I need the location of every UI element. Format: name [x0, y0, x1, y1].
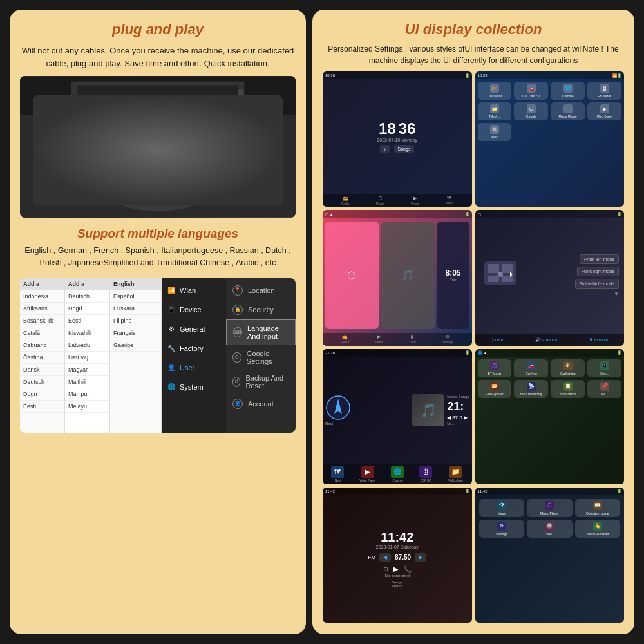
- screenshot-clock-radio: 11:42 🔋 11:42 2023-01-07 Saturday FM ◀ 8…: [323, 488, 472, 623]
- ss4-content: Front left mode Front right mode Full ve…: [475, 218, 625, 334]
- wlan-icon: 📶: [167, 286, 176, 295]
- bluetooth-widget: ⬡: [325, 222, 379, 328]
- mini-app-navi: 🗺Navi: [331, 466, 344, 482]
- lang-col2-header: Add a: [65, 278, 109, 290]
- user-icon: 👤: [167, 363, 176, 372]
- album-art: 🎵: [412, 394, 444, 426]
- settings-device[interactable]: 📱 Device: [162, 300, 226, 319]
- ss6-topbar: 🔵 ▲ 🔋: [475, 349, 625, 357]
- left-panel: plug and play Will not cut any cables. O…: [10, 10, 306, 634]
- ss5-apps: 🗺Navi ▶Video Player 🌐Chrome 🎛DSP EQ 📁Fil…: [323, 464, 472, 484]
- google-icon: G: [232, 352, 242, 363]
- backup-icon: ↺: [232, 377, 240, 387]
- ss8-opguide: 📖Operation guide: [575, 499, 621, 517]
- ss1-maps-icon: 🗺Maps: [446, 196, 453, 205]
- settings-screenshot: Add a Indonesia Afrikaans Bosanski (b Ca…: [20, 278, 296, 433]
- screenshot-bluetooth: ◻ ▲ 🔋 ⬡ 🎵 8:05 Tue 📻Radio ▶Video: [323, 210, 472, 345]
- ss1-time2: 36: [399, 120, 416, 138]
- ss2-app-filem: 📁FileM...: [478, 102, 512, 120]
- ss7-playback: ⊙ ▶ 📞: [383, 565, 412, 573]
- ss4-dsp-bottom: ⬡ DSP 🔊 Surround 🎚 Balance: [475, 334, 625, 346]
- languages-section: Support multiple languages English , Ger…: [20, 227, 296, 269]
- settings-factory[interactable]: 🔧 Factory: [162, 339, 226, 358]
- right-panel: UI display collection Personalized Setti…: [312, 10, 634, 634]
- submenu-google[interactable]: G Google Settings: [226, 345, 296, 370]
- nav-area: Navi: [325, 395, 410, 426]
- submenu-security[interactable]: 🔒 Security: [226, 300, 296, 319]
- ss8-maps: 🗺Maps: [479, 499, 525, 517]
- full-vehicle-mode[interactable]: Full vehicle mode: [575, 279, 619, 289]
- languages-text: English , German , French , Spanish , It…: [20, 245, 296, 269]
- time-widget: 8:05 Tue: [437, 222, 469, 328]
- main-container: plug and play Will not cut any cables. O…: [6, 6, 638, 638]
- factory-icon: 🔧: [167, 344, 176, 353]
- ss2-app-music: 🎵Music Player: [551, 102, 585, 120]
- ss2-app-google: GGoogle: [514, 102, 548, 120]
- dsp-label: ⬡ DSP: [491, 337, 503, 342]
- ss6-carsetting: ⚙CarSetting: [551, 359, 585, 377]
- ss7-topbar: 11:42 🔋: [323, 488, 472, 495]
- music-meta: Music Songs 21: ◀ 87.5 ▶ Mi...: [447, 395, 469, 426]
- ss7-content: 11:42 2023-01-07 Saturday FM ◀ 87.50 ▶ ⊙…: [323, 495, 472, 623]
- svg-point-6: [90, 137, 155, 182]
- settings-menu: 📶 Wlan 📱 Device ⚙ General 🔧 Factory 👤: [162, 278, 226, 433]
- language-icon: ⌨: [233, 327, 242, 337]
- svg-line-11: [102, 180, 116, 205]
- ss7-radio-bar: FM ◀ 87.50 ▶: [368, 553, 426, 562]
- settings-general[interactable]: ⚙ General: [162, 319, 226, 339]
- ss6-che: 📱Che...: [587, 359, 621, 377]
- ss1-radio-icon: 📻Radio: [341, 196, 350, 205]
- ss6-carinfo: 🚗Car Info: [514, 359, 548, 377]
- settings-wlan[interactable]: 📶 Wlan: [162, 281, 226, 300]
- plug-play-title: plug and play: [20, 21, 296, 38]
- ss4-topbar: ◻ 🔋: [475, 210, 625, 218]
- ss8-touchassist: 👆Touch Assistant: [575, 520, 621, 538]
- svg-line-14: [180, 178, 193, 205]
- lang-col-2: Add a Deutsch Dogri Eesti Kiswahili Latv…: [65, 278, 110, 433]
- svg-rect-9: [135, 144, 180, 176]
- ss6-btmusic: 🎵BT Music: [478, 359, 512, 377]
- svg-rect-22: [488, 276, 499, 282]
- ss3-settings-icon: ⚙Settings: [442, 334, 453, 344]
- submenu-backup[interactable]: ↺ Backup And Reset: [226, 370, 296, 394]
- lang-col1-header: Add a: [20, 278, 64, 290]
- submenu-account[interactable]: 👤 Account: [226, 394, 296, 413]
- svg-line-18: [206, 179, 224, 205]
- lang-col-3: English Español Euskara Filipino Françai…: [110, 278, 162, 433]
- ss3-bottombar: 📻Radio ▶Video 🎛DSP ⚙Settings: [323, 333, 472, 346]
- screenshot-app-grid: 18:39 📶🔋 🧮Calculator 🚗Car Link 2.0 🌐Chro…: [475, 71, 625, 207]
- svg-rect-21: [502, 264, 513, 273]
- ss1-video-icon: ▶Video: [411, 196, 419, 205]
- mini-app-video: ▶Video Player: [359, 466, 375, 482]
- ss1-date: 2022-07-18 Monday: [377, 138, 417, 142]
- svg-line-13: [117, 181, 129, 205]
- car-install-image: [20, 76, 296, 218]
- svg-point-5: [81, 121, 235, 211]
- settings-system[interactable]: 🌐 System: [162, 377, 226, 397]
- ss1-time: 18: [379, 120, 396, 138]
- mini-app-chrome: 🌐Chrome: [391, 466, 404, 482]
- ss3-bt-top: ⬡ 🎵 8:05 Tue: [323, 218, 472, 332]
- svg-rect-3: [78, 85, 238, 106]
- ss7-date: 2023-01-07 Saturday: [376, 545, 419, 549]
- svg-rect-4: [238, 89, 243, 102]
- svg-line-12: [109, 181, 122, 205]
- front-right-mode[interactable]: Front right mode: [577, 267, 619, 276]
- location-icon: 📍: [232, 285, 243, 296]
- mode-buttons: Front left mode Front right mode Full ve…: [526, 220, 622, 331]
- music-time: 21:: [447, 400, 469, 413]
- submenu-language[interactable]: ⌨ Lanquage And Input: [226, 319, 296, 345]
- ss2-app-swc: 🔘SWC: [478, 123, 512, 141]
- ss2-app-calculator: 🧮Calculator: [478, 82, 512, 100]
- svg-line-16: [193, 180, 209, 205]
- submenu-location[interactable]: 📍 Location: [226, 281, 296, 300]
- screenshot-app-grid3: 11:42 🔋 🗺Maps 🎵Music Player 📖Operation g…: [475, 488, 625, 623]
- ss8-topbar: 11:42 🔋: [475, 488, 625, 495]
- svg-line-17: [200, 180, 216, 205]
- ss2-topbar: 18:39 📶🔋: [475, 71, 625, 79]
- svg-point-24: [498, 272, 503, 277]
- mini-app-files: 📁FileExplorer: [448, 466, 463, 482]
- settings-user[interactable]: 👤 User: [162, 358, 226, 377]
- ss6-ma: 📌Ma...: [587, 380, 621, 398]
- front-left-mode[interactable]: Front left mode: [580, 254, 619, 264]
